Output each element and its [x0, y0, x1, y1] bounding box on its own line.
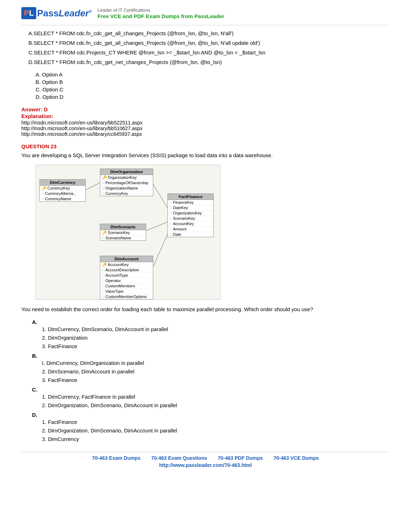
question-23-text: You are developing a SQL Server Integrat… — [21, 151, 390, 160]
ff-row3: □ OrganizationKey — [168, 211, 213, 216]
svg-line-2 — [146, 222, 167, 231]
db-diagram: DimCurrency 🔑 CurrencyKey □ CurrencyAlte… — [36, 165, 220, 300]
footer-link-3[interactable]: 70-463 PDF Dumps — [218, 455, 263, 461]
answer-value: D — [44, 106, 48, 112]
header: PL PassLeader® Leader of IT Certificatio… — [21, 7, 390, 22]
question-23: QUESTION 23 You are developing a SQL Ser… — [21, 143, 390, 443]
footer-links: 70-463 Exam Dumps 70-463 Exam Questions … — [21, 455, 390, 461]
q23-a-line1: 1. DimCurrency, DimScenario, DimAccount … — [42, 325, 390, 334]
dcc-row1: 🔑 CurrencyKey — [40, 186, 85, 191]
ff-row5: □ AccountKey — [168, 221, 213, 227]
q23-opt-d-letter: D. — [32, 412, 37, 418]
q23-options: A. 1. DimCurrency, DimScenario, DimAccou… — [32, 319, 390, 443]
dcc-row3: □ CurrencyName — [40, 196, 85, 201]
q23-a-line3: 3. FactFinance — [42, 342, 390, 351]
leader-tagline: Leader of IT Certifications — [97, 7, 224, 13]
ff-row4: □ ScenarioKey — [168, 216, 213, 221]
ff-row7: □ Date — [168, 232, 213, 237]
dim-currency-header: DimCurrency — [40, 180, 85, 186]
sql-option-d: D. SELECT * FROM cdc.fn_cdc_get_net_chan… — [21, 59, 390, 65]
q23-c-line2: 2. DimOrganization, DimScenario, DimAcco… — [42, 401, 390, 410]
dco-row2: □ PercentageOfOwnership — [100, 180, 153, 186]
explanation-links: http://msdn.microsoft.com/en-us/library/… — [21, 120, 390, 137]
explanation-label: Explanation: — [21, 113, 390, 119]
option-c-code: SELECT * FROM cdc.Projects_CT WHERE @fro… — [34, 49, 265, 55]
ff-row1: □ FinanceKey — [168, 200, 213, 205]
ds-row1: 🔑 ScenarioKey — [100, 230, 146, 235]
exp-link-2: http://msdn.microsoft.com/en-us/library/… — [21, 126, 390, 131]
q23-opt-c-lines: 1. DimCurrency, FactFinance in parallel … — [42, 393, 390, 410]
da-row7: □ CustomMemberOptions — [100, 294, 153, 299]
footer-link-4[interactable]: 70-463 VCE Dumps — [273, 455, 319, 461]
option-b-label: B. — [28, 40, 33, 46]
dim-org-header: DimOrganization — [100, 169, 153, 175]
svg-line-1 — [153, 185, 167, 208]
footer-link-2[interactable]: 70-463 Exam Questions — [151, 455, 207, 461]
da-row5: □ CustomMembers — [100, 283, 153, 289]
fact-finance-table: FactFinance □ FinanceKey □ DateKey □ Org… — [167, 193, 214, 237]
answer-section: Answer: D Explanation: http://msdn.micro… — [21, 106, 390, 137]
ds-row2: □ ScenarioName — [100, 235, 146, 240]
answer-options: A. Option A B. Option B C. Option C D. O… — [36, 71, 390, 100]
q23-opt-b: B. I. DimCurrency, DimOrganization in pa… — [32, 353, 390, 384]
ff-header: FactFinance — [168, 194, 213, 200]
dcc-row2: □ CurrencyAlterna... — [40, 191, 85, 196]
sql-option-c: C. SELECT * FROM cdc.Projects_CT WHERE @… — [21, 49, 390, 55]
footer-link-1[interactable]: 70-463 Exam Dumps — [92, 455, 140, 461]
da-row2: □ AccountDescription — [100, 267, 153, 273]
q23-opt-d: D. 1. FactFinance 2. DimOrganization, Di… — [32, 412, 390, 443]
ds-header: DimScenario — [100, 224, 146, 230]
ff-row2: □ DateKey — [168, 205, 213, 211]
svg-line-0 — [86, 183, 100, 190]
question-23-label: QUESTION 23 — [21, 143, 390, 149]
q23-d-line1: 1. FactFinance — [42, 418, 390, 426]
footer: 70-463 Exam Dumps 70-463 Exam Questions … — [21, 452, 390, 468]
q23-d-line2: 2. DimOrganization, DimScenario, DimAcco… — [42, 426, 390, 435]
da-row6: □ ValueType — [100, 289, 153, 294]
q23-opt-b-letter: B. — [32, 353, 37, 359]
q23-b-line2: 2. DimScenario, DimAccount in parallel — [42, 367, 390, 376]
q23-opt-b-lines: I. DimCurrency, DimOrganization in paral… — [42, 359, 390, 384]
q23-after-diagram: You need to establish the correct order … — [21, 305, 390, 314]
da-row3: □ AccountType — [100, 273, 153, 278]
exp-link-3: http://msdn.microsoft.com/en-us/library/… — [21, 131, 390, 137]
footer-url: http://www.passleader.com/70-463.html — [21, 462, 390, 468]
option-d-code: SELECT * FROM cdc.fn_cdc_get_net_changes… — [34, 59, 222, 65]
option-b-code: SELECT * FROM cdc.fn_cdc_get_all_changes… — [33, 40, 260, 46]
dco-row3: □ OrganizationName — [100, 186, 153, 191]
q23-c-line1: 1. DimCurrency, FactFinance in parallel — [42, 393, 390, 401]
answer-label: Answer: — [21, 106, 42, 112]
da-row4: □ Operator — [100, 278, 153, 283]
q23-opt-c-letter: C. — [32, 387, 37, 393]
logo-pl-badge: PL — [21, 7, 36, 19]
dim-organization-table: DimOrganization 🔑 OrganizationKey □ Perc… — [100, 169, 153, 196]
q23-a-line2: 2. DimOrganization — [42, 334, 390, 342]
q23-d-line3: 3. DimCurrency — [42, 435, 390, 443]
q23-opt-a-lines: 1. DimCurrency, DimScenario, DimAccount … — [42, 325, 390, 351]
sql-option-b: B. SELECT * FROM cdc.fn_cdc_get_all_chan… — [21, 40, 390, 46]
dim-account-table: DimAccount 🔑 AccountKey □ AccountDescrip… — [100, 256, 153, 299]
ao-d: D. Option D — [36, 94, 390, 100]
exp-link-1: http://msdn.microsoft.com/en-us/library/… — [21, 120, 390, 126]
q23-opt-a-letter: A. — [32, 319, 37, 325]
ao-b: B. Option B — [36, 79, 390, 85]
dim-scenario-table: DimScenario 🔑 ScenarioKey □ ScenarioName — [100, 224, 146, 241]
dim-currency-table: DimCurrency 🔑 CurrencyKey □ CurrencyAlte… — [39, 179, 86, 202]
option-c-label: C. — [28, 49, 34, 55]
sql-options: A. SELECT * FROM cdc.fn_cdc_get_all_chan… — [21, 30, 390, 65]
free-vce-text: Free VCE and PDF Exam Dumps from PassLea… — [97, 13, 224, 19]
svg-line-3 — [153, 234, 167, 266]
ao-a: A. Option A — [36, 71, 390, 78]
q23-b-line3: 3. FactFinance — [42, 376, 390, 384]
dco-row4: □ CurrencyKey — [100, 191, 153, 196]
da-header: DimAccount — [100, 256, 153, 262]
option-a-label: A. — [28, 30, 33, 36]
option-d-label: D. — [28, 59, 34, 65]
header-divider — [21, 25, 390, 25]
option-a-code: SELECT * FROM cdc.fn_cdc_get_all_changes… — [33, 30, 234, 36]
logo-passleader-text: PassLeader® — [37, 8, 92, 19]
q23-opt-a: A. 1. DimCurrency, DimScenario, DimAccou… — [32, 319, 390, 351]
dco-row1: 🔑 OrganizationKey — [100, 175, 153, 180]
q23-opt-d-lines: 1. FactFinance 2. DimOrganization, DimSc… — [42, 418, 390, 443]
sql-option-a: A. SELECT * FROM cdc.fn_cdc_get_all_chan… — [21, 30, 390, 36]
